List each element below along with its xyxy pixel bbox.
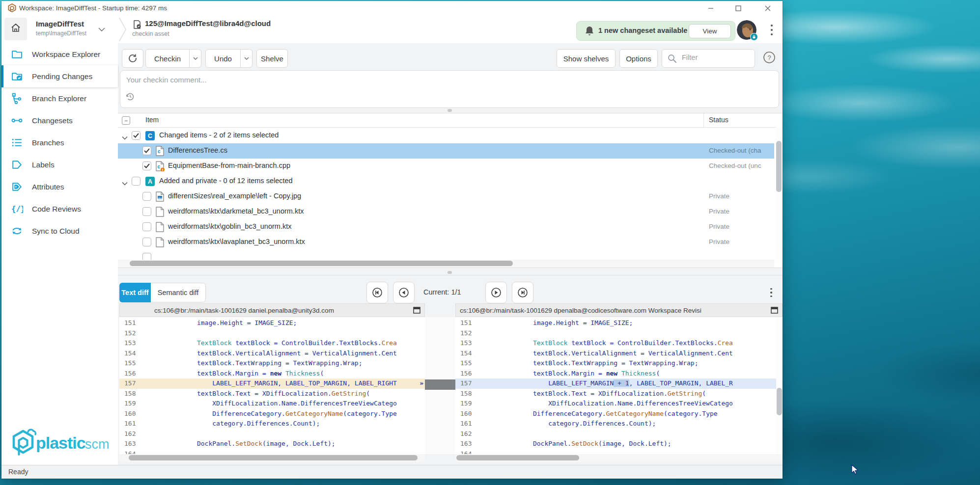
table-row[interactable]: weirdformats\ktx\lavaplanet_bc3_unorm.kt… xyxy=(118,235,774,250)
shelve-button[interactable]: Shelve xyxy=(256,49,288,68)
code-line: 161 category.Differences.Count); xyxy=(455,419,776,429)
left-pane-horizontal-scrollbar[interactable] xyxy=(119,454,425,462)
code-line: 151 image.Height = IMAGE_SIZE; xyxy=(119,318,425,328)
checkin-comment-input[interactable] xyxy=(125,75,766,94)
right-pane-vertical-scrollbar[interactable] xyxy=(776,317,783,454)
row-checkbox[interactable] xyxy=(142,192,151,201)
code-line: 164 xyxy=(455,449,776,455)
select-all-checkbox[interactable]: − xyxy=(122,116,130,125)
diff-menu-button[interactable] xyxy=(767,285,775,300)
folder-icon xyxy=(10,48,23,61)
column-header-item[interactable]: Item xyxy=(145,116,159,124)
row-checkbox[interactable] xyxy=(142,222,151,231)
column-header-status[interactable]: Status xyxy=(709,116,728,124)
line-number: 152 xyxy=(119,328,151,339)
sidebar-item-pending-changes[interactable]: Pending Changes xyxy=(1,65,118,87)
maximize-button[interactable] xyxy=(727,1,750,15)
checkin-asset-icon xyxy=(132,20,142,31)
undo-dropdown-button[interactable] xyxy=(241,49,252,68)
item-label: weirdformats\ktx\lavaplanet_bc3_unorm.kt… xyxy=(168,238,305,245)
last-diff-button[interactable] xyxy=(512,282,533,303)
expand-chevron-icon[interactable] xyxy=(122,179,128,188)
workspace-path: temp\ImageDiffTest xyxy=(36,30,86,37)
row-checkbox[interactable] xyxy=(132,177,140,186)
column-divider[interactable] xyxy=(703,113,704,127)
row-checkbox[interactable] xyxy=(132,131,140,140)
options-button[interactable]: Options xyxy=(619,49,658,68)
item-label: weirdformats\ktx\goblin_bc3_unorm.ktx xyxy=(168,222,291,230)
previous-diff-button[interactable] xyxy=(393,282,415,303)
sidebar: Workspace ExplorerPending ChangesBranch … xyxy=(1,43,118,465)
sidebar-item-changesets[interactable]: Changesets xyxy=(1,109,118,132)
sidebar-item-labels[interactable]: Labels xyxy=(1,154,118,176)
tab-text-diff[interactable]: Text diff xyxy=(119,283,151,302)
table-vertical-scrollbar[interactable] xyxy=(776,127,782,260)
show-shelves-button[interactable]: Show shelves xyxy=(557,49,616,68)
status-value: Private xyxy=(709,223,773,230)
open-in-window-icon-2[interactable] xyxy=(771,307,778,315)
table-row[interactable]: c!EquipmentBase-from-main-branch.cppChec… xyxy=(118,159,774,174)
tab-semantic-diff[interactable]: Semantic diff xyxy=(151,283,206,302)
code-line: 151 image.Height = IMAGE_SIZE; xyxy=(455,318,776,328)
sidebar-item-workspace-explorer[interactable]: Workspace Explorer xyxy=(1,43,118,65)
next-diff-button[interactable] xyxy=(485,282,507,303)
line-number: 153 xyxy=(119,338,151,349)
checkin-button[interactable]: Checkin xyxy=(145,49,190,68)
view-changeset-button[interactable]: View xyxy=(689,24,731,38)
item-label: EquipmentBase-from-main-branch.cpp xyxy=(168,162,290,169)
undo-button[interactable]: Undo xyxy=(205,49,241,68)
plasticscm-logo: plastic scm xyxy=(10,428,113,459)
code-line: 158 textBlock.Text = XDiffLocalization.G… xyxy=(455,389,776,399)
close-button[interactable] xyxy=(756,1,779,15)
sidebar-item-attributes[interactable]: Attributes xyxy=(1,176,118,198)
refresh-button[interactable] xyxy=(122,49,143,68)
header-menu-button[interactable] xyxy=(764,22,779,38)
image-file-icon xyxy=(156,191,164,204)
sidebar-item-label: Branches xyxy=(32,138,64,147)
code-line: 157 LABEL_LEFT_MARGIN + 1, LABEL_TOP_MAR… xyxy=(455,378,776,389)
sidebar-item-label: Attributes xyxy=(32,183,64,191)
comment-history-icon[interactable] xyxy=(125,92,135,104)
code-line: 161 category.Differences.Count); xyxy=(119,419,425,429)
first-diff-button[interactable] xyxy=(366,282,388,303)
group-label: Added and private - 0 of 12 items select… xyxy=(159,177,293,185)
group-row[interactable]: AAdded and private - 0 of 12 items selec… xyxy=(118,174,774,189)
cs-file-icon: c xyxy=(156,146,164,158)
repository-spec[interactable]: 125@ImageDiffTest@libra4d@cloud xyxy=(145,19,271,27)
svg-text:?: ? xyxy=(767,54,771,61)
splitter-grip[interactable] xyxy=(448,109,452,112)
table-row[interactable]: cDifferencesTree.csChecked-out (cha xyxy=(118,143,774,159)
left-code-pane[interactable]: 151 image.Height = IMAGE_SIZE;152153 Tex… xyxy=(119,317,425,454)
title-bar[interactable]: Workspace: ImageDiffTest - Startup time:… xyxy=(1,1,783,16)
right-code-pane[interactable]: 151 image.Height = IMAGE_SIZE;152153 Tex… xyxy=(455,317,776,454)
help-button[interactable]: ? xyxy=(762,51,777,66)
minimize-button[interactable] xyxy=(700,1,722,15)
splitter-grip-2[interactable] xyxy=(448,271,452,274)
row-checkbox[interactable] xyxy=(142,162,151,170)
sidebar-item-code-reviews[interactable]: {/}Code Reviews xyxy=(1,198,118,220)
row-checkbox[interactable] xyxy=(142,238,151,246)
row-checkbox[interactable] xyxy=(142,207,151,216)
table-horizontal-scrollbar[interactable] xyxy=(118,260,774,268)
line-number: 151 xyxy=(455,318,487,328)
line-number: 159 xyxy=(455,399,487,409)
open-in-window-icon[interactable] xyxy=(413,307,420,315)
help-icon: ? xyxy=(763,51,776,66)
table-row[interactable]: weirdformats\ktx\goblin_bc3_unorm.ktxPri… xyxy=(118,219,774,235)
sidebar-item-branches[interactable]: Branches xyxy=(1,132,118,154)
sidebar-item-branch-explorer[interactable]: Branch Explorer xyxy=(1,87,118,109)
home-button[interactable] xyxy=(4,18,27,40)
filter-input[interactable] xyxy=(681,53,752,62)
line-number: 158 xyxy=(119,389,151,399)
row-checkbox[interactable] xyxy=(142,146,151,155)
table-row[interactable]: differentSizes\real_example\left - Copy.… xyxy=(118,189,774,204)
expand-chevron-icon[interactable] xyxy=(122,133,128,142)
sidebar-item-label: Code Reviews xyxy=(32,205,81,214)
sidebar-item-sync-to-cloud[interactable]: Sync to Cloud xyxy=(1,220,118,242)
table-row[interactable]: weirdformats\ktx\darkmetal_bc3_unorm.ktx… xyxy=(118,204,774,219)
right-pane-horizontal-scrollbar[interactable] xyxy=(455,454,783,462)
sidebar-item-label: Sync to Cloud xyxy=(32,227,80,236)
checkin-dropdown-button[interactable] xyxy=(190,49,201,68)
label-icon xyxy=(10,159,23,171)
group-row[interactable]: CChanged items - 2 of 2 items selected xyxy=(118,128,774,143)
